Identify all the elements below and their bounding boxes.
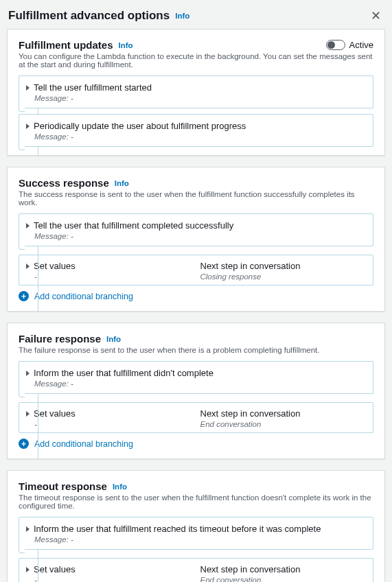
failure-description: The failure response is sent to the user… [19,346,373,354]
timeout-next-step-title: Next step in conversation [200,564,301,574]
card-failure-tell[interactable]: Inform the user that fulfillment didn't … [19,361,373,394]
card-failure-branch[interactable]: Set values - Next step in conversation E… [19,402,373,433]
success-tell-title: Tell the user that fulfillment completed… [34,220,233,231]
expand-icon [26,411,30,417]
panel-fulfillment-updates: Fulfillment updates Info Active You can … [7,29,385,156]
card-success-tell[interactable]: Tell the user that fulfillment completed… [19,213,373,246]
progress-message-title: Periodically update the user about fulfi… [34,121,246,131]
failure-info-link[interactable]: Info [106,335,121,343]
expand-icon [26,567,30,572]
timeout-tell-title: Inform the user that fulfillment reached… [34,524,321,534]
plus-icon: + [19,439,29,449]
updates-description: You can configure the Lambda function to… [19,52,373,69]
timeout-title: Timeout response [19,480,107,492]
updates-info-link[interactable]: Info [119,41,133,49]
page-title: Fulfillment advanced options [8,9,170,23]
success-next-step-title: Next step in conversation [200,261,301,271]
timeout-description: The timeout response is sent to the user… [19,493,373,510]
card-timeout-branch[interactable]: Set values - Next step in conversation E… [19,558,373,582]
failure-set-values-value: - [34,420,192,428]
success-set-values-title: Set values [34,261,76,271]
expand-icon [26,85,30,91]
card-success-branch[interactable]: Set values - Next step in conversation C… [19,255,373,286]
expand-icon [26,264,30,269]
start-message-value: Message: - [34,94,366,102]
plus-icon: + [19,291,29,301]
timeout-next-step-value: End conversation [200,576,367,582]
success-title: Success response [19,177,109,189]
failure-tell-value: Message: - [34,380,366,388]
success-next-step-value: Closing response [200,272,367,281]
failure-add-branch-label: Add conditional branching [34,439,133,449]
failure-next-step-title: Next step in conversation [200,408,301,419]
timeout-tell-value: Message: - [34,535,366,544]
active-toggle[interactable] [326,40,345,50]
failure-tell-title: Inform the user that fulfillment didn't … [34,368,214,378]
failure-next-step-value: End conversation [200,420,367,428]
card-progress-message[interactable]: Periodically update the user about fulfi… [19,114,373,147]
success-tell-value: Message: - [34,232,366,240]
success-add-branch-label: Add conditional branching [34,292,133,301]
header-info-link[interactable]: Info [175,12,189,20]
success-add-branch-button[interactable]: + Add conditional branching [19,290,373,303]
panel-failure-response: Failure response Info The failure respon… [7,323,385,459]
updates-title: Fulfillment updates [19,39,113,51]
expand-icon [26,124,30,129]
expand-icon [26,526,30,532]
active-toggle-label: Active [349,40,373,50]
timeout-set-values-title: Set values [34,564,76,574]
success-description: The success response is sent to the user… [19,190,373,207]
expand-icon [26,223,30,229]
expand-icon [26,371,30,376]
failure-set-values-title: Set values [34,408,76,419]
failure-title: Failure response [19,333,101,345]
timeout-info-link[interactable]: Info [113,482,127,491]
panel-success-response: Success response Info The success respon… [7,167,385,312]
success-info-link[interactable]: Info [115,179,129,187]
close-icon[interactable]: ✕ [368,8,384,23]
progress-message-value: Message: - [34,132,366,141]
failure-add-branch-button[interactable]: + Add conditional branching [19,437,373,450]
timeout-set-values-value: - [34,576,192,582]
start-message-title: Tell the user fulfillment started [34,82,152,93]
card-start-message[interactable]: Tell the user fulfillment started Messag… [19,75,373,108]
panel-timeout-response: Timeout response Info The timeout respon… [7,470,385,582]
card-timeout-tell[interactable]: Inform the user that fulfillment reached… [19,517,373,550]
success-set-values-value: - [34,272,192,281]
